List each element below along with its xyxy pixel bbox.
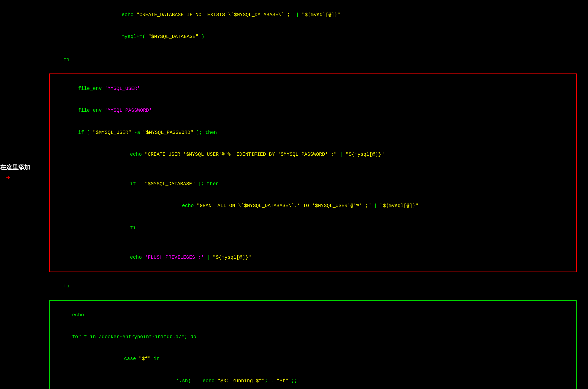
fi-red: fi xyxy=(0,275,588,297)
line-echo-create-user: echo "CREATE USER '$MYSQL_USER'@'%' IDEN… xyxy=(54,143,572,165)
main-container: echo "CREATE_DATABASE IF NOT EXISTS \`$M… xyxy=(0,0,588,389)
line-sh: *.sh) echo "$0: running $f"; . "$f" ;; xyxy=(54,370,572,389)
line-create-db: echo "CREATE_DATABASE IF NOT EXISTS \`$M… xyxy=(0,4,588,26)
green-box: echo for f in /docker-entrypoint-initdb.… xyxy=(49,300,577,389)
line-echo-green: echo xyxy=(54,304,572,326)
line-case: case "$f" in xyxy=(54,348,572,370)
line-echo-grant: echo "GRANT ALL ON \`$MYSQL_DATABASE\`.*… xyxy=(54,195,572,217)
line-echo-flush: echo 'FLUSH PRIVILEGES ;' | "${mysql[@]}… xyxy=(54,246,572,268)
red-box: file_env 'MYSQL_USER' file_env 'MYSQL_PA… xyxy=(49,73,577,272)
top-code-block: echo "CREATE_DATABASE IF NOT EXISTS \`$M… xyxy=(0,3,588,49)
line-blank1 xyxy=(54,165,572,173)
arrow-icon: ➜ xyxy=(5,173,30,182)
line-mysql-plus: mysql+=( "$MYSQL_DATABASE" ) xyxy=(0,26,588,48)
line-blank2 xyxy=(54,239,572,246)
line-if-user-pass: if [ "$MYSQL_USER" -a "$MYSQL_PASSWORD" … xyxy=(54,121,572,143)
line-for: for f in /docker-entrypoint-initdb.d/*; … xyxy=(54,326,572,348)
chinese-label: 在这里添加 xyxy=(0,163,30,172)
line-if-db: if [ "$MYSQL_DATABASE" ]; then xyxy=(54,173,572,195)
line-file-env-pass: file_env 'MYSQL_PASSWORD' xyxy=(54,99,572,121)
line-fi-inner: fi xyxy=(54,217,572,239)
line-file-env-user: file_env 'MYSQL_USER' xyxy=(54,78,572,99)
fi-top: fi xyxy=(0,49,588,71)
